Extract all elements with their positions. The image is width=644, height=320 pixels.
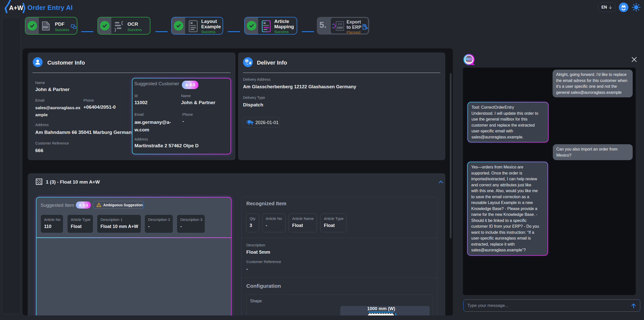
svg-text:ERP: ERP — [337, 26, 343, 29]
svg-text:A+W: A+W — [338, 23, 342, 25]
svg-text:{: { — [121, 21, 123, 25]
svg-text:PDF: PDF — [43, 26, 48, 29]
svg-text:}: } — [114, 28, 117, 32]
svg-text:A+W: A+W — [9, 4, 23, 11]
